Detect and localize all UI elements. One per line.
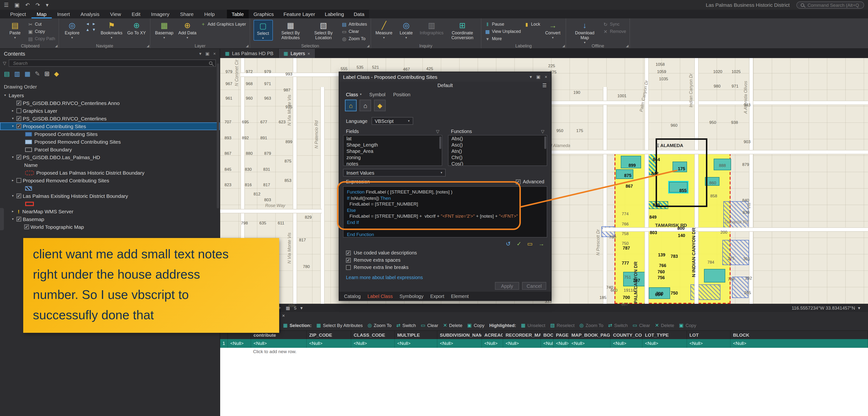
dialog-dropdown-icon[interactable]: ▾ xyxy=(530,74,532,79)
copy-button[interactable]: ▣Copy xyxy=(28,28,55,35)
layer-item-ps-gisdb-dbo-rivco-centerlines[interactable]: ▾✓PS_GISDB.DBO.RIVCO_Centerlines xyxy=(0,115,220,122)
option-use-coded-value-descriptions[interactable]: ✓Use coded value descriptions xyxy=(346,250,544,255)
command-search[interactable] xyxy=(796,1,864,8)
table-row[interactable]: 1 <Null><Null><Null><Null><Null><Null><N… xyxy=(220,339,868,348)
column-header-page[interactable]: PAGE xyxy=(554,331,569,339)
select-by-location-button[interactable]: ▧ Select By Location xyxy=(308,20,338,41)
layer-checkbox[interactable]: ✓ xyxy=(17,124,21,129)
field-item-lat[interactable]: lat xyxy=(343,135,442,142)
layer-item-name[interactable]: Name xyxy=(0,161,220,169)
clipboard-launcher-icon[interactable]: ◢ xyxy=(55,44,58,48)
open-expression-icon[interactable]: ▭ xyxy=(527,241,533,247)
selection-launcher-icon[interactable]: ◢ xyxy=(367,44,369,48)
field-item-shape-length[interactable]: Shape_Length xyxy=(343,142,442,148)
layer-item-layers[interactable]: ▾Layers xyxy=(0,91,220,99)
pause-button[interactable]: ‖Pause xyxy=(485,21,521,28)
option-remove-extra-spaces[interactable]: ✓Remove extra spaces xyxy=(346,257,544,263)
toolbar-button-zoom-to[interactable]: ◎Zoom To xyxy=(579,322,603,328)
explore-button[interactable]: ◎ Explore▾ xyxy=(62,20,82,40)
column-header-acreage[interactable]: ACREAGE xyxy=(482,331,503,339)
layer-item-proposed-removed-contributing-sites[interactable]: ▸Proposed Removed Contributing Sites xyxy=(0,177,220,184)
layer-launcher-icon[interactable]: ◢ xyxy=(246,44,248,48)
list-by-source-icon[interactable]: ▥ xyxy=(14,70,20,77)
expand-icon[interactable]: ▾ xyxy=(11,117,15,121)
function-item-abs[interactable]: Abs() xyxy=(448,135,547,142)
ribbon-tab-project[interactable]: Project xyxy=(5,10,31,19)
more-button[interactable]: ▾More xyxy=(485,35,521,42)
pane-pin-icon[interactable]: ▣ xyxy=(205,51,209,56)
column-header-subdivision-name[interactable]: SUBDIVISION_NAME xyxy=(437,331,482,339)
layer-item-ps-gisdb-dbo-las-palmas-hd[interactable]: ▾✓PS_GISDB.DBO.Las_Palmas_HD xyxy=(0,153,220,161)
table-cell[interactable]: <Null> xyxy=(569,339,611,348)
save-icon[interactable]: ▣ xyxy=(14,2,20,8)
select-by-attributes-button[interactable]: ▦ Select By Attributes xyxy=(276,20,306,41)
view-unplaced-button[interactable]: ▩View Unplaced xyxy=(485,28,521,35)
toolbar-button-copy[interactable]: ▣Copy xyxy=(679,322,696,328)
toolbar-button-reselect[interactable]: ▧Reselect xyxy=(550,322,575,328)
expand-icon[interactable]: ▾ xyxy=(11,194,15,198)
list-by-drawing-order-icon[interactable]: ▤ xyxy=(4,70,10,77)
toolbar-button-zoom-to[interactable]: ◎Zoom To xyxy=(368,322,392,328)
layer-item-proposed-contributing-sites[interactable]: ▾✓Proposed Contributing Sites xyxy=(0,122,220,130)
offline-launcher-icon[interactable]: ◢ xyxy=(626,44,628,48)
table-cell[interactable]: <Null> xyxy=(643,339,687,348)
bottom-tab-symbology[interactable]: Symbology xyxy=(399,293,423,299)
table-cell[interactable]: <Null> xyxy=(503,339,541,348)
field-item-zoning[interactable]: zoning xyxy=(343,154,442,161)
ribbon-tab-view[interactable]: View xyxy=(105,10,126,19)
context-tab-labeling[interactable]: Labeling xyxy=(320,10,349,19)
toolbar-button-clear[interactable]: ▭Clear xyxy=(421,322,438,328)
dialog-close-icon[interactable]: × xyxy=(545,74,547,79)
map-tab-las-palmas-hd-pb[interactable]: ▦Las Palmas HD PB xyxy=(220,49,279,58)
table-cell[interactable]: <Null> xyxy=(554,339,569,348)
context-tab-graphics[interactable]: Graphics xyxy=(249,10,279,19)
label-expression-tool[interactable]: ⌂ xyxy=(345,100,356,111)
copy-path-button[interactable]: ▤Copy Path xyxy=(28,35,55,42)
layer-item-parcel-boundary[interactable]: Parcel Boundary xyxy=(0,146,220,153)
contents-search-input[interactable] xyxy=(12,60,209,66)
toolbar-button-delete[interactable]: ✕Delete xyxy=(655,322,674,328)
navigation-arrows[interactable]: ◄►▲▼ xyxy=(85,20,97,33)
filter-icon[interactable]: ▽ xyxy=(3,61,6,66)
layer-checkbox[interactable] xyxy=(17,178,21,183)
toolbar-button-select-by-attributes[interactable]: ▦Select By Attributes xyxy=(316,322,363,328)
field-item-notes[interactable]: notes xyxy=(343,161,442,166)
toolbar-button-delete[interactable]: ✕Delete xyxy=(443,322,463,328)
sync-button[interactable]: ↻Sync xyxy=(602,21,626,28)
layer-item-world-topographic-map[interactable]: ✓World Topographic Map xyxy=(0,223,220,231)
dialog-float-icon[interactable]: ▣ xyxy=(536,74,540,79)
cancel-button[interactable]: Cancel xyxy=(522,282,546,290)
command-search-input[interactable] xyxy=(807,2,860,8)
functions-filter-icon[interactable]: ▽ xyxy=(541,129,544,134)
column-header-book[interactable]: BOOK xyxy=(541,331,554,339)
list-by-snapping-icon[interactable]: ⊞ xyxy=(44,70,50,77)
ribbon-tab-analysis[interactable]: Analysis xyxy=(75,10,105,19)
export-expression-icon[interactable]: → xyxy=(538,241,544,247)
toolbar-button-switch[interactable]: ⇄Switch xyxy=(396,322,416,328)
ribbon-tab-help[interactable]: Help xyxy=(199,10,220,19)
table-cell[interactable]: <Null> xyxy=(731,339,868,348)
convert-button[interactable]: → Convert▾ xyxy=(543,20,562,40)
select-button[interactable]: ▢ Select▾ xyxy=(253,20,273,41)
function-item-chr[interactable]: Chr() xyxy=(448,154,547,161)
pane-close-icon[interactable]: × xyxy=(213,51,216,56)
clear-button[interactable]: ▭Clear xyxy=(341,28,367,35)
collapsed-pane-tab[interactable] xyxy=(0,208,4,230)
grid-icon[interactable]: ▦ xyxy=(286,305,290,311)
ribbon-tab-edit[interactable]: Edit xyxy=(126,10,146,19)
layer-item-proposed-removed-contributing-sites[interactable]: Proposed Removed Contributing Sites xyxy=(0,138,220,146)
coordinate-conversion-button[interactable]: ⊞ Coordinate Conversion xyxy=(447,20,477,41)
measure-button[interactable]: ╱ Measure▾ xyxy=(374,20,394,40)
label-expressions-help-link[interactable]: Learn more about label expressions xyxy=(339,271,551,280)
layer-checkbox[interactable]: ✓ xyxy=(17,155,21,160)
functions-list[interactable]: Abs()Asc()Atn()Chr()Cos() xyxy=(448,135,547,166)
expression-editor[interactable]: Function FindLabel ( [STREET_NUMBER], [n… xyxy=(343,186,547,237)
layer-checkbox[interactable]: ✓ xyxy=(17,193,21,198)
coordinates-dropdown-icon[interactable]: ▾ xyxy=(858,305,860,311)
layer-item-basemap[interactable]: ▾✓Basemap xyxy=(0,215,220,223)
column-header-county-code[interactable]: COUNTY_CODE xyxy=(611,331,643,339)
column-header-lot-type[interactable]: LOT_TYPE xyxy=(643,331,687,339)
list-by-selection-icon[interactable]: ▦ xyxy=(25,70,30,77)
bottom-tab-element[interactable]: Element xyxy=(451,293,469,299)
context-tab-data[interactable]: Data xyxy=(349,10,369,19)
